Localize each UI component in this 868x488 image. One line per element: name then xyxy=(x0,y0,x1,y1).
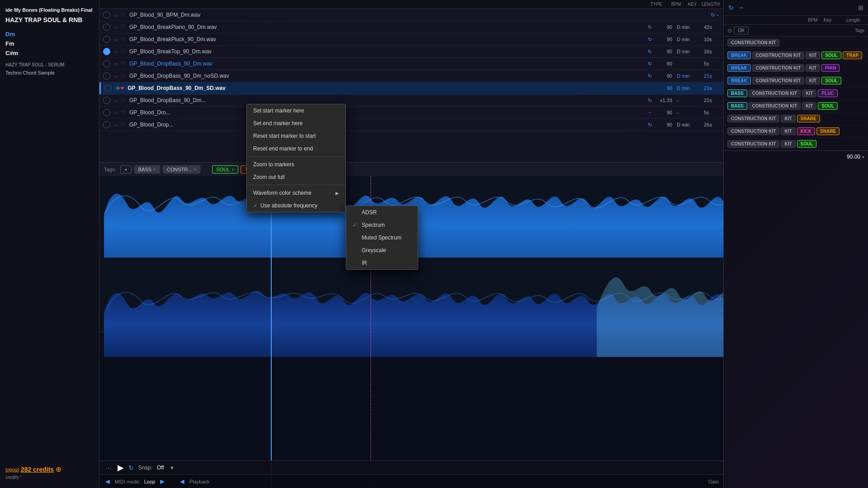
sub-muted-label: Muted Spectrum xyxy=(362,235,401,241)
tags-filter-header: ⊙ OR Tags xyxy=(724,25,868,37)
tag-pill[interactable]: KIT xyxy=(781,140,795,148)
tag-pill[interactable]: KIT xyxy=(781,115,795,122)
tag-pill[interactable]: SNARE xyxy=(797,115,820,122)
list-item: CONSTRUCTION KIT KIT SOUL xyxy=(724,138,868,150)
bpm-speed-selector[interactable]: 90.00 ▾ xyxy=(847,154,864,160)
heart-icon[interactable]: ♡ xyxy=(121,36,126,42)
tag-pill[interactable]: KIT xyxy=(806,52,820,59)
sub-adsr[interactable]: ✓ ADSR xyxy=(346,206,418,219)
row-circle xyxy=(103,23,110,31)
heart-icon[interactable]: ♡ xyxy=(121,122,126,128)
table-row[interactable]: ▭ ♡ GP_Blood_DropBass_90_Dm... ↻ x1.33 -… xyxy=(99,94,723,107)
tag-pill[interactable]: SNARE xyxy=(816,127,840,135)
right-panel-header: ↻ → ⊞ xyxy=(724,0,868,16)
ctx-set-end[interactable]: Set end marker here xyxy=(247,117,345,130)
sub-greyscale[interactable]: ✓ Greyscale xyxy=(346,244,418,257)
tag-chip-constr-remove[interactable]: × xyxy=(194,167,197,172)
logout-label[interactable]: logout xyxy=(5,467,19,472)
tag-pill[interactable]: CONSTRUCTION KIT xyxy=(727,127,779,135)
ctx-set-start[interactable]: Set start marker here xyxy=(247,104,345,117)
ctx-abs-freq[interactable]: ✓ Use absolute frequency xyxy=(247,199,345,212)
table-row[interactable]: ▭ ♡ GP_Blood_DropBass_90_Dm_noSD.wav ↻ 9… xyxy=(99,70,723,82)
table-row[interactable]: ▭ ♡ GP_Blood_DropBass_90_Dm.wav ↻ 90 5s xyxy=(99,58,723,70)
ctx-reset-end[interactable]: Reset end marker to end xyxy=(247,142,345,155)
table-row[interactable]: ▭ ♡ GP_Blood_BreakTop_90_Dm.wav ↻ 90 D m… xyxy=(99,46,723,58)
sync-icon: ↻ xyxy=(648,49,652,55)
tag-pill[interactable]: KIT xyxy=(806,64,820,72)
tag-pill[interactable]: CONSTRUCTION KIT xyxy=(749,89,801,97)
table-row[interactable]: ▭ ♡ GP_Blood_90_BPM_Dm.wav ↻ → xyxy=(99,9,723,21)
ctx-reset-start[interactable]: Reset start marker to start xyxy=(247,130,345,142)
heart-icon[interactable]: ♡ xyxy=(121,12,126,18)
tag-pill[interactable]: KIT xyxy=(802,102,816,110)
tag-pill[interactable]: PLUC xyxy=(818,89,837,97)
key-dm[interactable]: Dm xyxy=(5,29,94,39)
tag-pill[interactable]: CONSTRUCTION KIT xyxy=(727,140,779,148)
sub-spectrum[interactable]: ✓ Spectrum xyxy=(346,219,418,231)
loop-button[interactable]: ↻ xyxy=(128,464,134,471)
table-row[interactable]: ▭ ♡ GP_Blood_Dro... → 90 - 5s xyxy=(99,107,723,119)
sub-muted-spectrum[interactable]: ✓ Muted Spectrum xyxy=(346,231,418,244)
tag-pill[interactable]: CONSTRUCTION KIT xyxy=(752,77,804,84)
snap-dropdown[interactable]: ▾ xyxy=(169,463,175,472)
monitor-icon: ▭ xyxy=(114,61,118,66)
tag-pill[interactable]: BREAK xyxy=(727,64,751,72)
file-bpm: 90 xyxy=(656,85,672,91)
tag-pill[interactable]: CONSTRUCTION KIT xyxy=(752,52,804,59)
tag-pill[interactable]: BREAK xyxy=(727,77,751,84)
refresh-icon[interactable]: ↻ xyxy=(728,4,734,11)
sub-ir[interactable]: ✓ IR xyxy=(346,257,418,269)
play-button[interactable]: ▶ xyxy=(118,463,124,473)
sync-icon: ↻ xyxy=(648,24,652,30)
tag-pill[interactable]: SOUL xyxy=(797,140,817,148)
type-header: Type xyxy=(651,2,662,7)
heart-icon[interactable]: ♡ xyxy=(121,109,126,116)
heart-icon[interactable]: ♥ xyxy=(121,85,124,91)
row-circle xyxy=(103,121,110,128)
ctx-zoom-markers[interactable]: Zoom to markers xyxy=(247,158,345,171)
table-row[interactable]: ▭ ♡ GP_Blood_Drop... ↻ 90 D min 26s xyxy=(99,119,723,131)
ctx-zoom-full[interactable]: Zoom out full xyxy=(247,171,345,183)
file-length: 5s xyxy=(704,61,720,66)
key-csm[interactable]: C#m xyxy=(5,48,94,58)
credits-number[interactable]: 282 credits xyxy=(21,466,54,473)
tag-pill[interactable]: SOUL xyxy=(821,52,841,59)
table-row[interactable]: ✛ ♥ GP_Blood_DropBass_90_Dm_SD.wav 90 D … xyxy=(99,82,723,94)
heart-icon[interactable]: ♡ xyxy=(121,73,126,79)
table-row[interactable]: ▭ ♡ GP_Blood_BreakPiano_90_Dm.wav ↻ 90 D… xyxy=(99,21,723,33)
tag-pill[interactable]: CONSTRUCTION KIT xyxy=(749,102,801,110)
snap-label: Snap: xyxy=(138,465,152,471)
table-row[interactable]: ▭ ♡ GP_Blood_BreakPluck_90_Dm.wav ↻ 90 D… xyxy=(99,33,723,46)
tag-pill[interactable]: CONSTRUCTION KIT xyxy=(752,64,804,72)
heart-icon[interactable]: ♡ xyxy=(121,24,126,30)
tag-pill[interactable]: TRAP xyxy=(843,52,862,59)
tag-pill[interactable]: SOUL xyxy=(818,102,838,110)
tag-pill[interactable]: KIT xyxy=(802,89,816,97)
tag-pill[interactable]: KICK xyxy=(797,127,815,135)
ctx-waveform-color[interactable]: Waveform color scheme ▶ xyxy=(247,187,345,199)
tag-pill[interactable]: CONSTRUCTION KIT xyxy=(727,115,779,122)
file-key: D min xyxy=(677,24,699,30)
key-fm[interactable]: Fm xyxy=(5,39,94,48)
tag-pill[interactable]: BASS xyxy=(727,102,747,110)
filter-tag-soul-remove[interactable]: × xyxy=(231,167,234,172)
list-item: BASS CONSTRUCTION KIT KIT PLUC xyxy=(724,87,868,100)
file-key: - xyxy=(677,98,699,103)
file-bpm: 90 xyxy=(656,122,672,127)
tag-pill[interactable]: KIT xyxy=(781,127,795,135)
grid-icon[interactable]: ⊞ xyxy=(858,4,863,11)
tags-col-header: Tags xyxy=(855,28,864,33)
more-btn[interactable]: ··· xyxy=(104,463,113,472)
tag-pill[interactable]: CONSTRUCTION KIT xyxy=(727,39,779,47)
tag-pill[interactable]: BREAK xyxy=(727,52,751,59)
tag-pill[interactable]: KIT xyxy=(806,77,820,84)
tag-pill[interactable]: SOUL xyxy=(821,77,841,84)
heart-icon[interactable]: ♡ xyxy=(121,97,126,103)
tag-add-button[interactable]: + xyxy=(120,165,131,174)
tag-pill[interactable]: BASS xyxy=(727,89,747,97)
heart-icon[interactable]: ♡ xyxy=(121,48,126,55)
tag-chip-bass-remove[interactable]: × xyxy=(153,167,156,172)
heart-icon[interactable]: ♡ xyxy=(121,61,126,67)
or-button[interactable]: OR xyxy=(734,27,749,34)
tag-pill[interactable]: PIAN xyxy=(821,64,840,72)
